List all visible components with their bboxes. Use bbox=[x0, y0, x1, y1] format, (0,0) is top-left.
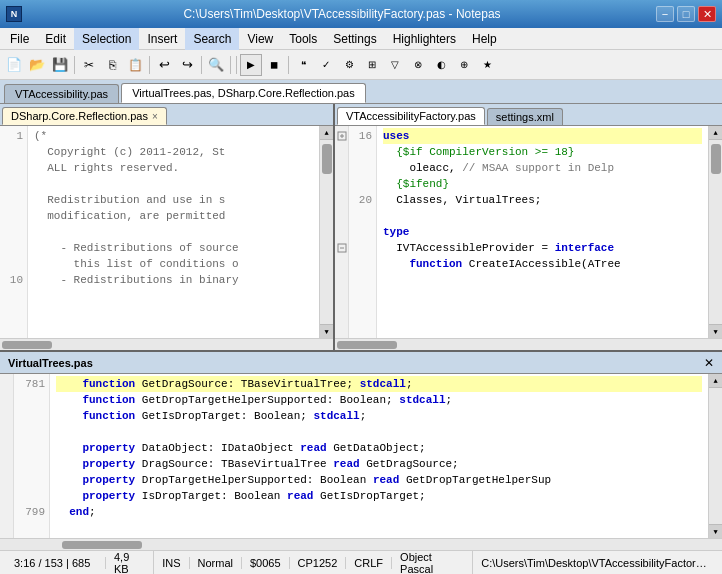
copy-button[interactable]: ⎘ bbox=[101, 54, 123, 76]
right-hscroll-thumb[interactable] bbox=[337, 341, 397, 349]
redo-button[interactable]: ↪ bbox=[176, 54, 198, 76]
titlebar-text: C:\Users\Tim\Desktop\VTAccessibilityFact… bbox=[28, 7, 656, 21]
code-line: {$ifend} bbox=[383, 176, 702, 192]
toolbar-btn-7[interactable]: ▽ bbox=[384, 54, 406, 76]
status-lineending: CRLF bbox=[346, 557, 392, 569]
menu-file[interactable]: File bbox=[2, 28, 37, 50]
bottom-code-line-7: property DropTargetHelperSupported: Bool… bbox=[56, 472, 702, 488]
left-tab-dsharp[interactable]: DSharp.Core.Reflection.pas × bbox=[2, 107, 167, 125]
right-code-area[interactable]: 16 20 uses {$if CompilerVersion >= 18} bbox=[335, 126, 722, 338]
menu-view[interactable]: View bbox=[239, 28, 281, 50]
cut-button[interactable]: ✂ bbox=[78, 54, 100, 76]
maximize-button[interactable]: □ bbox=[677, 6, 695, 22]
top-tab-vtaccessibility[interactable]: VTAccessibility.pas bbox=[4, 84, 119, 103]
bottom-vscroll[interactable]: ▲ ▼ bbox=[708, 374, 722, 538]
right-panel: VTAccessibilityFactory.pas settings.xml bbox=[335, 104, 722, 350]
status-mode: Normal bbox=[190, 557, 242, 569]
toolbar-btn-5[interactable]: ⚙ bbox=[338, 54, 360, 76]
right-hscroll[interactable] bbox=[335, 338, 722, 350]
code-line: {$if CompilerVersion >= 18} bbox=[383, 144, 702, 160]
new-file-button[interactable]: 📄 bbox=[3, 54, 25, 76]
menubar: File Edit Selection Insert Search View T… bbox=[0, 28, 722, 50]
right-scroll-down-arrow[interactable]: ▼ bbox=[709, 324, 723, 338]
menu-tools[interactable]: Tools bbox=[281, 28, 325, 50]
code-line: type bbox=[383, 224, 702, 240]
bottom-code-line-5: property DataObject: IDataObject read Ge… bbox=[56, 440, 702, 456]
toolbar-btn-1[interactable]: ▶ bbox=[240, 54, 262, 76]
top-tab-virtualtrees[interactable]: VirtualTrees.pas, DSharp.Core.Reflection… bbox=[121, 83, 366, 103]
code-line: modification, are permitted bbox=[34, 208, 313, 224]
toolbar-btn-9[interactable]: ◐ bbox=[430, 54, 452, 76]
left-scroll-down-arrow[interactable]: ▼ bbox=[320, 324, 334, 338]
bottom-code-lines: function GetDragSource: TBaseVirtualTree… bbox=[50, 374, 708, 538]
bottom-code-area[interactable]: 781 799 function GetDragSource: TBaseVir… bbox=[0, 374, 722, 538]
left-vscroll[interactable]: ▲ ▼ bbox=[319, 126, 333, 338]
right-tab-vtfactory[interactable]: VTAccessibilityFactory.pas bbox=[337, 107, 485, 125]
undo-button[interactable]: ↩ bbox=[153, 54, 175, 76]
bottom-panel-close-icon[interactable]: ✕ bbox=[704, 356, 714, 370]
bottom-code-line-6: property DragSource: TBaseVirtualTree re… bbox=[56, 456, 702, 472]
toolbar-btn-11[interactable]: ★ bbox=[476, 54, 498, 76]
minimize-button[interactable]: − bbox=[656, 6, 674, 22]
right-vscroll[interactable]: ▲ ▼ bbox=[708, 126, 722, 338]
toolbar-btn-10[interactable]: ⊕ bbox=[453, 54, 475, 76]
left-hscroll[interactable] bbox=[0, 338, 333, 350]
save-button[interactable]: 💾 bbox=[49, 54, 71, 76]
code-line: Classes, VirtualTrees; bbox=[383, 192, 702, 208]
menu-help[interactable]: Help bbox=[464, 28, 505, 50]
code-line: function CreateIAccessible(ATree bbox=[383, 256, 702, 272]
top-tabs-bar: VTAccessibility.pas VirtualTrees.pas, DS… bbox=[0, 80, 722, 104]
toolbar-btn-6[interactable]: ⊞ bbox=[361, 54, 383, 76]
menu-selection[interactable]: Selection bbox=[74, 28, 139, 50]
left-tab-label: DSharp.Core.Reflection.pas bbox=[11, 110, 148, 122]
menu-search[interactable]: Search bbox=[185, 28, 239, 50]
toolbar: 📄 📂 💾 ✂ ⎘ 📋 ↩ ↪ 🔍 ▶ ◼ ❝ ✓ ⚙ ⊞ ▽ ⊗ ◐ ⊕ ★ bbox=[0, 50, 722, 80]
find-button[interactable]: 🔍 bbox=[205, 54, 227, 76]
bottom-panel-title: VirtualTrees.pas bbox=[8, 357, 93, 369]
bottom-code-line-4 bbox=[56, 424, 702, 440]
code-line: - Redistributions in binary bbox=[34, 272, 313, 288]
right-scroll-thumb[interactable] bbox=[711, 144, 721, 174]
code-line: ALL rights reserved. bbox=[34, 160, 313, 176]
open-file-button[interactable]: 📂 bbox=[26, 54, 48, 76]
code-line: Redistribution and use in s bbox=[34, 192, 313, 208]
bottom-fold-col bbox=[0, 374, 14, 538]
left-hscroll-thumb[interactable] bbox=[2, 341, 52, 349]
menu-settings[interactable]: Settings bbox=[325, 28, 384, 50]
toolbar-btn-3[interactable]: ❝ bbox=[292, 54, 314, 76]
bottom-scroll-up-arrow[interactable]: ▲ bbox=[709, 374, 723, 388]
left-panel-tabs: DSharp.Core.Reflection.pas × bbox=[0, 104, 333, 126]
left-code-area[interactable]: 1 10 (* Copyright (c) 2011-2 bbox=[0, 126, 333, 338]
left-tab-close-icon[interactable]: × bbox=[152, 111, 158, 122]
right-line-numbers: 16 20 bbox=[349, 126, 377, 338]
code-line bbox=[383, 208, 702, 224]
menu-edit[interactable]: Edit bbox=[37, 28, 74, 50]
toolbar-sep2 bbox=[149, 56, 150, 74]
bottom-scroll-down-arrow[interactable]: ▼ bbox=[709, 524, 723, 538]
toolbar-sep6 bbox=[288, 56, 289, 74]
bottom-code-line-781: function GetDragSource: TBaseVirtualTree… bbox=[56, 376, 702, 392]
bottom-hscroll[interactable] bbox=[0, 538, 722, 550]
status-filepath: C:\Users\Tim\Desktop\VTAccessibilityFact… bbox=[473, 557, 716, 569]
menu-highlighters[interactable]: Highlighters bbox=[385, 28, 464, 50]
toolbar-sep5 bbox=[236, 56, 237, 74]
menu-insert[interactable]: Insert bbox=[139, 28, 185, 50]
toolbar-sep1 bbox=[74, 56, 75, 74]
left-line-numbers: 1 10 bbox=[0, 126, 28, 338]
bottom-hscroll-thumb[interactable] bbox=[62, 541, 142, 549]
status-size: 4,9 KB bbox=[106, 551, 154, 575]
paste-button[interactable]: 📋 bbox=[124, 54, 146, 76]
code-line: this list of conditions o bbox=[34, 256, 313, 272]
toolbar-btn-4[interactable]: ✓ bbox=[315, 54, 337, 76]
right-scroll-up-arrow[interactable]: ▲ bbox=[709, 126, 723, 140]
left-scroll-thumb[interactable] bbox=[322, 144, 332, 174]
right-code-lines: uses {$if CompilerVersion >= 18} oleacc,… bbox=[377, 126, 708, 338]
toolbar-btn-8[interactable]: ⊗ bbox=[407, 54, 429, 76]
toolbar-btn-2[interactable]: ◼ bbox=[263, 54, 285, 76]
right-tab-settings[interactable]: settings.xml bbox=[487, 108, 563, 125]
toolbar-sep4 bbox=[230, 56, 231, 74]
titlebar-controls: − □ ✕ bbox=[656, 6, 716, 22]
close-button[interactable]: ✕ bbox=[698, 6, 716, 22]
left-scroll-up-arrow[interactable]: ▲ bbox=[320, 126, 334, 140]
status-position: 3:16 / 153 | 685 bbox=[6, 557, 106, 569]
